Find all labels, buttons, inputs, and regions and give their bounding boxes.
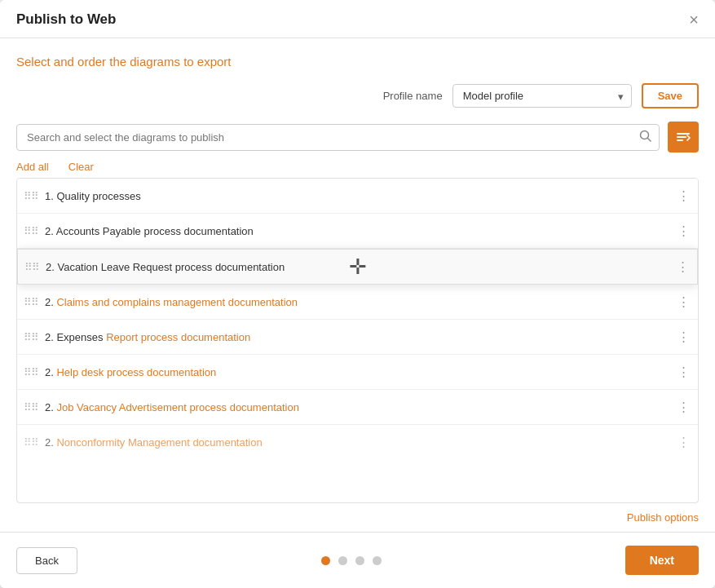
- modal-body: Select and order the diagrams to export …: [0, 38, 715, 532]
- drag-handle[interactable]: ⠿⠿: [24, 401, 38, 413]
- pagination-dots: [321, 556, 382, 565]
- close-button[interactable]: ×: [689, 11, 699, 28]
- item-text: 1. Quality processes: [45, 190, 677, 202]
- back-button[interactable]: Back: [16, 547, 77, 574]
- publish-to-web-modal: Publish to Web × Select and order the di…: [0, 0, 715, 588]
- drag-handle[interactable]: ⠿⠿: [24, 190, 38, 202]
- drag-handle[interactable]: ⠿⠿: [24, 225, 38, 237]
- dot-1: [321, 556, 330, 565]
- item-text: 2. Nonconformity Management documentatio…: [45, 436, 677, 449]
- action-links: Add all Clear: [16, 161, 699, 173]
- section-title-plain: Select and order the: [16, 55, 130, 69]
- add-all-button[interactable]: Add all: [16, 161, 49, 173]
- diagram-list: ⠿⠿ 1. Quality processes ⋮ ⠿⠿ 2. Accounts…: [16, 178, 699, 503]
- list-item: ⠿⠿ 1. Quality processes ⋮: [17, 179, 698, 214]
- publish-options-link[interactable]: Publish options: [627, 511, 699, 524]
- save-button[interactable]: Save: [642, 83, 699, 108]
- item-link-text: Help desk process documentation: [56, 366, 216, 378]
- search-input[interactable]: [16, 124, 660, 151]
- sort-button[interactable]: [668, 122, 699, 153]
- drag-handle[interactable]: ⠿⠿: [24, 331, 38, 343]
- item-text: 2. Help desk process documentation: [45, 366, 677, 378]
- drag-handle[interactable]: ⠿⠿: [24, 261, 39, 273]
- item-menu-icon[interactable]: ⋮: [677, 365, 690, 379]
- drag-handle[interactable]: ⠿⠿: [24, 436, 38, 449]
- list-item: ⠿⠿ 2. Nonconformity Management documenta…: [17, 425, 698, 459]
- drag-handle[interactable]: ⠿⠿: [24, 366, 38, 378]
- modal-title: Publish to Web: [16, 11, 116, 28]
- clear-button[interactable]: Clear: [68, 161, 94, 173]
- search-input-wrapper: [16, 124, 660, 151]
- item-menu-icon[interactable]: ⋮: [677, 188, 690, 203]
- item-text: 2. Vacation Leave Request process docume…: [46, 261, 677, 273]
- next-button[interactable]: Next: [625, 546, 699, 575]
- item-menu-icon[interactable]: ⋮: [677, 329, 690, 344]
- item-text: 2. Claims and complains management docum…: [45, 296, 677, 308]
- dot-2: [338, 556, 347, 565]
- item-link-text: Nonconformity Management documentation: [56, 436, 262, 449]
- list-item: ⠿⠿ 2. Claims and complains management do…: [17, 285, 698, 320]
- profile-label: Profile name: [383, 90, 443, 102]
- drag-handle[interactable]: ⠿⠿: [24, 296, 38, 308]
- list-item: ⠿⠿ 2. Job Vacancy Advertisement process …: [17, 390, 698, 425]
- dot-3: [355, 556, 364, 565]
- item-text: 2. Job Vacancy Advertisement process doc…: [45, 401, 677, 413]
- list-item: ⠿⠿ 2. Expenses Report process documentat…: [17, 320, 698, 355]
- search-row: [16, 122, 699, 153]
- item-menu-icon[interactable]: ⋮: [677, 294, 690, 309]
- list-item-dragging: ⠿⠿ 2. Vacation Leave Request process doc…: [17, 249, 698, 285]
- svg-line-1: [648, 139, 651, 142]
- item-menu-icon[interactable]: ⋮: [677, 435, 690, 449]
- profile-select-wrapper: Model profile: [452, 84, 632, 108]
- dot-4: [373, 556, 382, 565]
- profile-row: Profile name Model profile Save: [16, 83, 699, 108]
- item-text: 2. Accounts Payable process documentatio…: [45, 225, 677, 237]
- modal-header: Publish to Web ×: [0, 0, 715, 38]
- search-icon[interactable]: [639, 130, 651, 144]
- item-menu-icon[interactable]: ⋮: [677, 259, 689, 274]
- item-link-text: Job Vacancy Advertisement process docume…: [56, 401, 298, 413]
- section-title: Select and order the diagrams to export: [16, 55, 699, 69]
- item-menu-icon[interactable]: ⋮: [677, 400, 690, 414]
- item-text: 2. Expenses Report process documentation: [45, 331, 677, 343]
- section-title-rest: to export: [180, 55, 232, 69]
- profile-select[interactable]: Model profile: [452, 84, 632, 108]
- item-link-text: Claims and complains management document…: [56, 296, 298, 308]
- item-link-text: Report process documentation: [106, 331, 250, 343]
- item-menu-icon[interactable]: ⋮: [677, 223, 690, 238]
- section-title-link: diagrams: [130, 55, 180, 69]
- list-item: ⠿⠿ 2. Help desk process documentation ⋮: [17, 355, 698, 390]
- list-item: ⠿⠿ 2. Accounts Payable process documenta…: [17, 214, 698, 249]
- modal-footer: Back Next: [0, 532, 715, 588]
- publish-options-row: Publish options: [16, 503, 699, 532]
